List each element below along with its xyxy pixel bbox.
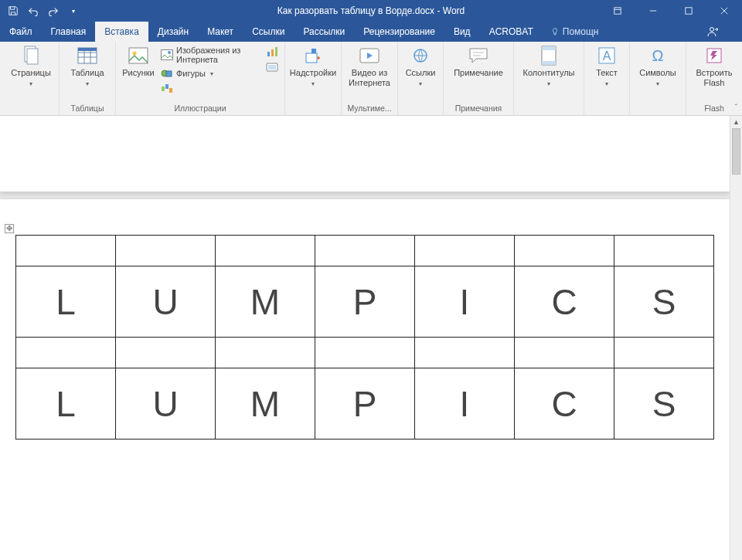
tab-layout[interactable]: Макет [198,22,243,42]
tab-review[interactable]: Рецензирование [354,22,444,42]
table-cell[interactable] [315,236,415,266]
table-cell[interactable]: U [116,266,216,338]
table-row[interactable] [16,338,714,368]
tab-references[interactable]: Ссылки [243,22,294,42]
table-cell[interactable] [16,236,116,266]
table-cell[interactable]: L [16,266,116,338]
comment-button[interactable]: Примечание [448,43,509,80]
group-label: Иллюстрации [174,102,226,115]
table-cell[interactable] [614,236,714,266]
pictures-button[interactable]: Рисунки [121,43,156,80]
document-area[interactable]: ✥ L U M P I C S [0,116,730,560]
svg-rect-0 [614,8,621,14]
table-move-handle-icon[interactable]: ✥ [5,224,14,233]
qat-dropdown-icon[interactable]: ▾ [68,5,79,16]
svg-rect-17 [271,49,274,56]
chevron-down-icon: ▾ [605,80,608,87]
table-cell[interactable]: I [415,368,515,440]
symbols-button[interactable]: Ω Символы ▾ [635,43,681,89]
table-cell[interactable]: M [216,368,315,440]
screenshot-button[interactable] [264,60,280,74]
tab-file[interactable]: Файл [0,22,42,42]
text-button[interactable]: A Текст ▾ [589,43,625,89]
tab-mailings[interactable]: Рассылки [294,22,354,42]
online-video-button[interactable]: Видео из Интернета [346,43,393,89]
tab-design[interactable]: Дизайн [148,22,198,42]
table-icon [77,45,98,66]
close-icon[interactable] [706,0,742,22]
table-cell[interactable]: P [315,266,415,338]
page-prev[interactable] [0,116,730,192]
scroll-thumb[interactable] [732,128,740,175]
redo-icon[interactable] [48,5,59,16]
links-button[interactable]: Ссылки ▾ [403,43,438,89]
table-cell[interactable] [614,338,714,368]
smartart-button[interactable] [159,82,261,96]
addins-button[interactable]: Надстройки ▾ [290,43,336,89]
table-row[interactable]: L U M P I C S [16,368,714,440]
save-icon[interactable] [8,5,19,16]
page[interactable]: ✥ L U M P I C S [0,199,730,560]
ribbon-tabs: Файл Главная Вставка Дизайн Макет Ссылки… [0,22,742,42]
document-table[interactable]: L U M P I C S L U M P [15,235,714,440]
comment-label: Примечание [454,68,503,78]
online-pictures-label: Изображения из Интернета [176,46,260,64]
collapse-ribbon-icon[interactable]: ˆ [735,104,737,112]
symbols-icon: Ω [647,45,669,66]
maximize-icon[interactable] [671,0,706,22]
table-cell[interactable] [16,338,116,368]
table-cell[interactable]: P [315,368,415,440]
svg-rect-7 [129,48,148,63]
shapes-button[interactable]: Фигуры ▾ [159,66,261,80]
table-cell[interactable] [116,236,216,266]
table-row[interactable]: L U M P I C S [16,266,714,338]
table-cell[interactable] [216,338,315,368]
group-pages: Страницы ▾ [3,42,60,115]
table-cell[interactable] [515,338,614,368]
tab-home[interactable]: Главная [42,22,96,42]
svg-rect-21 [306,53,317,63]
tab-acrobat[interactable]: ACROBAT [480,22,543,42]
pages-label: Страницы [11,68,51,78]
ribbon-options-icon[interactable] [600,0,635,22]
text-icon: A [596,45,618,66]
tell-me[interactable]: Помощн [543,22,607,42]
table-cell[interactable] [315,338,415,368]
title-bar: ▾ Как разорвать таблицу в Ворде.docx - W… [0,0,742,22]
table-cell[interactable]: I [415,266,515,338]
table-cell[interactable]: C [515,266,614,338]
table-cell[interactable]: L [16,368,116,440]
shapes-icon [161,67,173,80]
table-cell[interactable]: C [515,368,614,440]
group-label [657,102,659,115]
group-label [548,102,550,115]
table-cell[interactable] [116,338,216,368]
table-cell[interactable]: M [216,266,315,338]
quick-access-toolbar: ▾ [0,5,79,16]
table-cell[interactable]: U [116,368,216,440]
svg-rect-13 [162,87,165,91]
pages-button[interactable]: Страницы ▾ [8,43,54,89]
share-button[interactable] [705,22,742,42]
headerfooter-icon [538,45,560,66]
scroll-up-icon[interactable]: ▲ [730,116,742,128]
table-cell[interactable] [515,236,614,266]
tab-view[interactable]: Вид [444,22,480,42]
online-pictures-button[interactable]: Изображения из Интернета [159,45,261,65]
vertical-scrollbar[interactable]: ▲ [730,116,742,560]
minimize-icon[interactable] [635,0,671,22]
svg-rect-28 [542,61,556,65]
svg-point-8 [133,52,137,56]
table-row[interactable] [16,236,714,266]
table-cell[interactable]: S [614,266,714,338]
headerfooter-button[interactable]: Колонтитулы ▾ [519,43,579,89]
table-cell[interactable] [415,236,515,266]
table-cell[interactable]: S [614,368,714,440]
tab-insert[interactable]: Вставка [95,22,148,42]
table-cell[interactable] [216,236,315,266]
table-button[interactable]: Таблица ▾ [64,43,111,89]
undo-icon[interactable] [28,5,39,16]
flash-button[interactable]: Встроить Flash [691,43,737,89]
table-cell[interactable] [415,338,515,368]
chart-button[interactable] [264,45,280,59]
